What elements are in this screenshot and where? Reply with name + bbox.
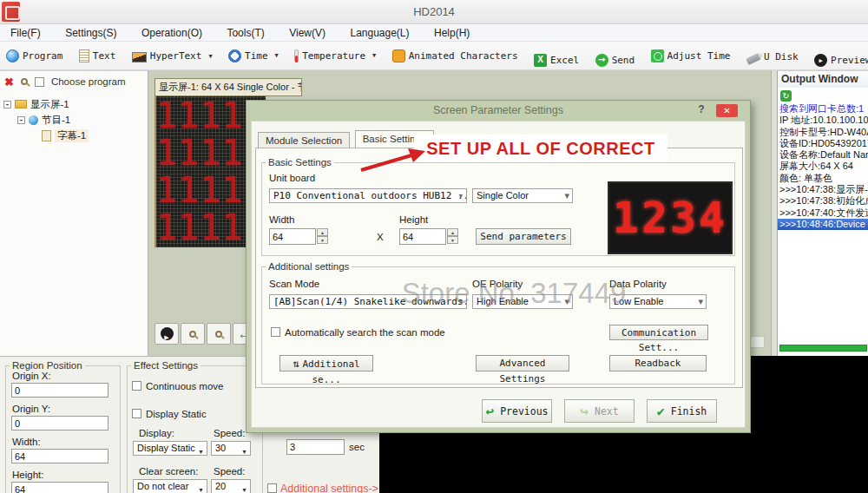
speed-select[interactable]: 30 [211, 441, 251, 456]
led-display-photo: 1234 [608, 181, 733, 254]
output-log: 搜索到网口卡总数:1 IP 地址:10.10.100.100,M 控制卡型号:H… [778, 103, 868, 230]
basic-settings-group: Basic Settings Unit board P10 Convention… [261, 157, 735, 256]
readback-button[interactable]: Readback [609, 355, 707, 371]
origin-y-input[interactable] [11, 416, 108, 431]
dialog-help-button[interactable]: ? [694, 103, 708, 117]
toolbar-adjust-time-button[interactable]: Adjust Time [651, 42, 731, 69]
screen-height-input[interactable] [399, 228, 446, 245]
toolbar-program-button[interactable]: Program [6, 42, 62, 69]
menu-settings[interactable]: Settings(S) [55, 24, 127, 42]
choose-program-checkbox[interactable] [35, 77, 44, 87]
unit-board-select[interactable]: P10 Conventional outdoors HUB12 ... [269, 188, 467, 203]
log-line: >>>10:47:38:初始化成功 [778, 195, 868, 207]
clear-speed-select[interactable]: 20 [211, 479, 251, 493]
duration-input[interactable] [286, 439, 345, 455]
next-button[interactable]: Next [564, 399, 635, 423]
menu-operation[interactable]: Operation(O) [131, 24, 213, 42]
dialog-tab-row: Module Selection Basic Settings [258, 130, 435, 148]
refresh-icon[interactable] [780, 90, 792, 102]
screen-width-input[interactable] [269, 228, 316, 245]
dialog-close-button[interactable] [716, 104, 738, 117]
adjust-time-icon [651, 49, 664, 62]
app-window: HD2014 File(F) Settings(S) Operation(O) … [0, 0, 868, 493]
zoom-out-button[interactable] [207, 323, 231, 345]
basic-settings-tab-panel: Basic Settings Unit board P10 Convention… [255, 148, 743, 388]
log-line: >>>10:47:40:文件发送成 [778, 207, 868, 219]
up-down-arrows-icon [293, 358, 299, 370]
program-icon [6, 49, 19, 62]
subtitle-doc-icon [42, 130, 51, 141]
tree-item-screen[interactable]: 显示屏-1 [3, 97, 69, 111]
height-spinner[interactable] [447, 228, 458, 245]
spin-up-icon[interactable] [317, 228, 328, 236]
preview-play-icon [814, 54, 827, 67]
spin-down-icon[interactable] [447, 236, 458, 244]
communication-settings-button[interactable]: Communication Sett... [609, 325, 708, 340]
continuous-move-label: Continuous move [146, 381, 224, 391]
tree-item-subtitle[interactable]: 字幕-1 [42, 128, 89, 142]
delete-icon[interactable] [4, 76, 14, 88]
screen-icon [15, 100, 27, 108]
zoom-out-icon [215, 331, 222, 338]
text-icon [79, 49, 89, 62]
display-mode-select[interactable]: Display Static [133, 441, 207, 456]
toolbar-hypertext-button[interactable]: HyperText [132, 43, 213, 70]
height-input[interactable] [11, 482, 108, 493]
animated-characters-icon [392, 49, 405, 62]
toolbar-animated-characters-button[interactable]: Animated Characters [392, 42, 518, 69]
log-line-selected[interactable]: >>>10:48:46:Device ID: [778, 219, 868, 230]
display-static-checkbox[interactable] [132, 409, 141, 418]
scan-mode-select[interactable]: [AB]Scan(1/4) Snakelike downwards... [269, 294, 467, 309]
color-select[interactable]: Single Color [472, 188, 573, 203]
menu-view[interactable]: View(V) [279, 24, 336, 42]
additional-settings-button[interactable]: Additional se... [279, 355, 373, 371]
clear-screen-select[interactable]: Do not clear [133, 479, 207, 493]
screen-tab[interactable]: 显示屏-1: 64 X 64 Single Color - 节 [155, 78, 302, 96]
menu-language[interactable]: Language(L) [339, 24, 419, 42]
toolbar-udisk-button[interactable]: U Disk [746, 43, 799, 71]
play-button[interactable] [155, 323, 179, 345]
zoom-in-button[interactable] [181, 323, 205, 345]
vertical-scrollbar[interactable] [771, 70, 777, 356]
search-icon[interactable] [21, 78, 28, 85]
menu-help[interactable]: Help(H) [424, 24, 480, 42]
tree-item-program[interactable]: 节目-1 [17, 113, 70, 127]
thermometer-icon [294, 49, 299, 62]
origin-x-label: Origin X: [12, 371, 51, 381]
spin-up-icon[interactable] [447, 228, 458, 236]
origin-x-input[interactable] [11, 383, 108, 398]
toolbar-time-button[interactable]: Time [228, 42, 279, 69]
choose-program-label: Choose program [51, 76, 126, 87]
effect-settings-legend: Effect Settings [131, 360, 201, 371]
width-input[interactable] [11, 449, 108, 463]
data-polarity-select[interactable]: Low Enable [609, 294, 707, 309]
toolbar-text-button[interactable]: Text [79, 42, 116, 69]
program-node-icon [29, 115, 38, 125]
annotation-text: SET UP ALL OF CORRECT [426, 139, 654, 159]
additional-settings-checkbox[interactable] [267, 483, 277, 493]
excel-icon [534, 54, 547, 67]
log-line: IP 地址:10.10.100.100,M [778, 115, 868, 126]
oe-polarity-select[interactable]: High Enable [472, 294, 573, 309]
log-line: 设备ID:HD0543920172-0 [778, 138, 868, 149]
expander-icon[interactable] [3, 101, 11, 108]
check-icon [657, 404, 665, 419]
tree-toolbar: Choose program [0, 71, 148, 92]
auto-search-checkbox[interactable] [271, 327, 280, 337]
continuous-move-checkbox[interactable] [132, 381, 141, 391]
tab-module-selection[interactable]: Module Selection [258, 132, 350, 148]
advanced-settings-button[interactable]: Advanced Settings [476, 355, 569, 371]
expander-icon[interactable] [17, 116, 25, 124]
play-icon [161, 327, 174, 340]
window-title: HD2014 [0, 0, 868, 23]
clear-speed-label: Speed: [214, 466, 245, 477]
toolbar-temperature-button[interactable]: Temperature [294, 42, 376, 69]
finish-button[interactable]: Finish [647, 399, 717, 423]
width-spinner[interactable] [317, 228, 328, 245]
additional-settings-link[interactable]: Additional settings-> [280, 483, 378, 493]
send-parameters-button[interactable]: Send parameters [476, 228, 571, 245]
spin-down-icon[interactable] [317, 236, 328, 244]
previous-button[interactable]: Previous [482, 399, 552, 423]
menu-file[interactable]: File(F) [0, 24, 51, 42]
menu-tools[interactable]: Tools(T) [216, 24, 274, 42]
